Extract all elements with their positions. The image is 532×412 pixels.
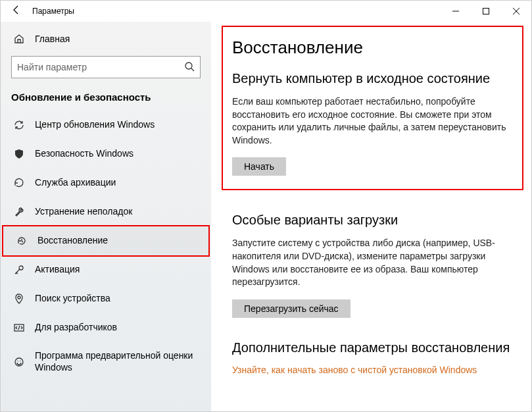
sidebar-item-activation[interactable]: Активация xyxy=(1,255,211,284)
insider-icon xyxy=(12,357,26,367)
code-icon xyxy=(12,322,26,333)
svg-rect-1 xyxy=(483,9,489,14)
shield-icon xyxy=(12,149,26,159)
back-button[interactable] xyxy=(6,5,27,18)
more-recovery-section: Дополнительные параметры восстановления … xyxy=(232,340,513,375)
startup-description: Запустите систему с устройства либо диск… xyxy=(232,237,513,288)
search-input[interactable] xyxy=(17,62,184,72)
sidebar-item-label: Восстановление xyxy=(37,235,197,247)
svg-point-7 xyxy=(18,296,20,299)
sidebar-item-windows-security[interactable]: Безопасность Windows xyxy=(1,140,211,168)
page-title: Восстановление xyxy=(232,38,513,58)
svg-point-4 xyxy=(185,63,192,69)
main-content: Восстановление Вернуть компьютер в исход… xyxy=(211,22,531,411)
reset-description: Если ваш компьютер работает нестабильно,… xyxy=(232,95,513,147)
sidebar-item-insider[interactable]: Программа предварительной оценки Windows xyxy=(1,342,211,381)
wrench-icon xyxy=(12,207,26,217)
sidebar-home-label: Главная xyxy=(35,34,70,44)
sidebar-item-label: Для разработчиков xyxy=(35,322,199,334)
sidebar-item-find-device[interactable]: Поиск устройства xyxy=(1,284,211,313)
sidebar-item-troubleshoot[interactable]: Устранение неполадок xyxy=(1,197,211,226)
reset-start-button[interactable]: Начать xyxy=(232,157,286,176)
advanced-startup-section: Особые варианты загрузки Запустите систе… xyxy=(232,213,513,317)
sidebar-home[interactable]: Главная xyxy=(1,27,211,51)
sidebar-item-label: Устранение неполадок xyxy=(35,206,199,218)
search-icon xyxy=(184,61,195,74)
location-icon xyxy=(12,294,26,304)
reset-pc-section-highlight: Восстановление Вернуть компьютер в исход… xyxy=(222,26,523,190)
titlebar: Параметры xyxy=(1,1,531,22)
sidebar-item-windows-update[interactable]: Центр обновления Windows xyxy=(1,111,211,140)
sidebar: Главная Обновление и безопасность Центр … xyxy=(1,22,211,411)
close-button[interactable] xyxy=(501,1,531,22)
sidebar-item-label: Программа предварительной оценки Windows xyxy=(35,350,199,373)
backup-icon xyxy=(12,178,26,188)
fresh-start-link[interactable]: Узнайте, как начать заново с чистой уста… xyxy=(232,365,513,375)
history-icon xyxy=(15,236,28,246)
key-icon xyxy=(12,265,26,275)
sidebar-item-label: Служба архивации xyxy=(35,177,199,189)
search-box[interactable] xyxy=(11,56,201,78)
svg-line-5 xyxy=(191,68,194,71)
sidebar-item-developers[interactable]: Для разработчиков xyxy=(1,313,211,342)
startup-heading: Особые варианты загрузки xyxy=(232,213,513,228)
home-icon xyxy=(12,34,26,44)
reset-heading: Вернуть компьютер в исходное состояние xyxy=(232,71,513,86)
sidebar-item-label: Поиск устройства xyxy=(35,293,199,305)
sidebar-section-title: Обновление и безопасность xyxy=(1,88,211,111)
maximize-button[interactable] xyxy=(471,1,501,22)
sidebar-item-label: Безопасность Windows xyxy=(35,148,199,160)
sidebar-item-label: Центр обновления Windows xyxy=(35,119,199,131)
more-heading: Дополнительные параметры восстановления xyxy=(232,340,513,355)
restart-now-button[interactable]: Перезагрузить сейчас xyxy=(232,299,351,318)
sidebar-item-label: Активация xyxy=(35,264,199,276)
sidebar-item-recovery[interactable]: Восстановление xyxy=(3,226,208,255)
sidebar-item-backup[interactable]: Служба архивации xyxy=(1,168,211,197)
window-title: Параметры xyxy=(32,7,74,16)
sync-icon xyxy=(12,120,26,130)
minimize-button[interactable] xyxy=(441,1,471,22)
